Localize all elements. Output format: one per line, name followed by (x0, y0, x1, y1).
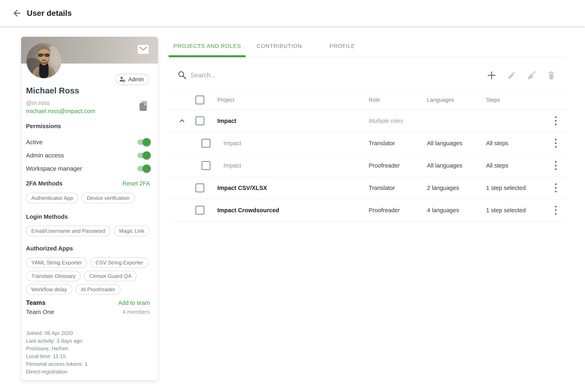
row-checkbox[interactable] (196, 184, 204, 192)
team-member-count: 4 members (122, 309, 150, 315)
toggle-row-admin-access: Admin access (26, 150, 150, 161)
languages-value: All languages (427, 140, 462, 147)
user-meta-block: Joined: 06 Apr 2020 Last activity: 3 day… (26, 329, 88, 376)
collapse-group-button[interactable] (178, 117, 186, 125)
row-checkbox[interactable] (202, 161, 210, 170)
kebab-menu-icon (555, 138, 557, 148)
search-input[interactable] (190, 67, 455, 84)
table-row-impact-proofreader[interactable]: Impact Proofreader All languages All ste… (168, 154, 567, 177)
admin-access-toggle[interactable] (137, 153, 150, 158)
role-value: Proofreader (369, 207, 400, 214)
pencil-icon (507, 70, 516, 80)
reset-2fa-link[interactable]: Reset 2FA (122, 180, 150, 187)
steps-value: 1 step selected (486, 185, 526, 191)
role-value: Translator (369, 140, 395, 147)
avatar (26, 43, 61, 78)
column-header-languages: Languages (427, 97, 454, 103)
table-header-row: Project Role Languages Steps (168, 90, 567, 110)
row-checkbox[interactable] (196, 206, 204, 215)
table-row-impact-csv-xlsx[interactable]: Impact CSV/XLSX Translator 2 languages 1… (168, 177, 567, 199)
team-name: Team One (26, 308, 54, 316)
tab-profile[interactable]: PROFILE (313, 35, 372, 57)
chevron-up-icon (178, 117, 186, 124)
role-badge: Admin (116, 74, 149, 85)
tab-contribution[interactable]: CONTRIBUTION (246, 35, 313, 57)
broom-icon (526, 70, 536, 80)
active-toggle[interactable] (137, 140, 150, 145)
table-row-impact-crowdsourced[interactable]: Impact Crowdsourced Proofreader 4 langua… (168, 199, 567, 222)
toggle-row-active: Active (26, 136, 150, 148)
row-menu-button[interactable] (551, 160, 560, 171)
admin-user-gear-icon (119, 76, 126, 83)
detail-tabs: PROJECTS AND ROLES CONTRIBUTION PROFILE (168, 35, 567, 57)
envelope-icon (138, 45, 149, 54)
kebab-menu-icon (555, 161, 557, 170)
project-name: Impact Crowdsourced (217, 207, 279, 214)
role-value: Translator (369, 185, 395, 191)
row-menu-button[interactable] (551, 182, 560, 193)
twofa-chip: Authenticator App (26, 193, 78, 203)
languages-value: 2 languages (427, 185, 459, 191)
row-checkbox[interactable] (202, 139, 210, 148)
login-method-chip: Email/Username and Password (26, 226, 110, 236)
user-email[interactable]: michael.ross@impact.com (26, 108, 95, 114)
column-header-project: Project (217, 97, 234, 103)
permissions-title: Permissions (26, 123, 61, 130)
select-all-checkbox[interactable] (196, 96, 204, 104)
meta-line-local-time: Local time: 11:15 (26, 352, 88, 360)
toggle-row-workspace-manager: Workspace manager (26, 163, 150, 174)
twofa-title: 2FA Methods (26, 180, 62, 187)
plus-icon (487, 70, 496, 80)
send-email-button[interactable] (138, 45, 149, 54)
row-menu-button[interactable] (551, 205, 560, 216)
delete-button[interactable] (546, 70, 556, 81)
user-card: Admin Michael Ross @m.ross michael.ross@… (21, 37, 158, 380)
meta-line-last-activity: Last activity: 3 days ago (26, 337, 88, 345)
column-header-steps: Steps (486, 97, 500, 103)
row-menu-button[interactable] (551, 116, 560, 126)
app-chip: YAML String Exporter (26, 257, 87, 268)
app-chip: Censor Guard QA (84, 271, 137, 281)
table-row-group-impact[interactable]: Impact Multiple roles (168, 110, 567, 132)
twofa-section-header: 2FA Methods Reset 2FA (26, 180, 150, 187)
twofa-chips: Authenticator App Device verification (26, 193, 154, 203)
copy-icon (139, 101, 148, 111)
arrow-left-icon (12, 8, 22, 18)
tab-projects-and-roles[interactable]: PROJECTS AND ROLES (168, 35, 246, 57)
active-tab-indicator (168, 55, 246, 57)
authorized-apps-title: Authorized Apps (26, 245, 73, 252)
copy-email-button[interactable] (139, 101, 148, 111)
toggle-label: Workspace manager (26, 165, 82, 172)
authorized-app-chips: YAML String Exporter CSV String Exporter… (26, 257, 154, 295)
kebab-menu-icon (555, 183, 557, 192)
add-to-team-link[interactable]: Add to team (118, 300, 150, 306)
edit-button[interactable] (506, 70, 517, 81)
app-chip: AI Proofreader (76, 284, 120, 295)
toggle-label: Active (26, 139, 43, 146)
app-bar: User details (0, 0, 585, 26)
project-name: Impact (217, 118, 236, 124)
role-value: Proofreader (369, 162, 400, 169)
search-icon (178, 70, 187, 81)
user-handle: @m.ross (26, 100, 50, 106)
workspace-manager-toggle[interactable] (137, 166, 150, 171)
toggle-knob (142, 164, 151, 173)
table-row-impact-translator[interactable]: Impact Translator All languages All step… (168, 132, 567, 154)
tab-label: PROJECTS AND ROLES (173, 43, 241, 49)
role-value: Multiple roles (369, 118, 404, 124)
meta-line-registration: Direct registration (26, 368, 88, 376)
row-menu-button[interactable] (551, 138, 560, 148)
toggle-knob (142, 151, 151, 160)
row-checkbox[interactable] (196, 116, 204, 125)
add-role-button[interactable] (486, 70, 497, 81)
projects-roles-table: Project Role Languages Steps Impact Mult… (168, 90, 567, 222)
role-badge-label: Admin (128, 76, 144, 83)
avatar-photo (26, 43, 61, 78)
languages-value: 4 languages (427, 207, 459, 214)
login-methods-title: Login Methods (26, 214, 68, 220)
app-chip: Workflow delay (26, 284, 72, 295)
team-list-item[interactable]: Team One 4 members (26, 308, 150, 316)
clear-filters-button[interactable] (526, 70, 537, 81)
back-button[interactable] (12, 8, 22, 18)
table-toolbar (168, 61, 567, 90)
